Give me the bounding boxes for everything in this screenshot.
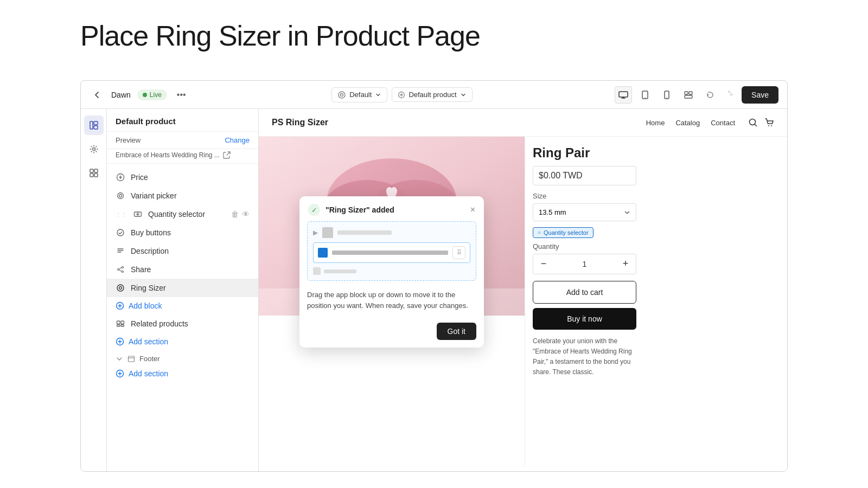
nav-link-home[interactable]: Home	[646, 119, 665, 127]
preview-change-button[interactable]: Change	[225, 136, 250, 144]
product-name: Ring Pair	[533, 145, 636, 160]
template-label: Default	[349, 91, 372, 99]
size-select[interactable]: 13.5 mm	[533, 203, 636, 221]
product-dropdown[interactable]: Default product	[392, 87, 472, 102]
dialog-sm-line	[324, 269, 356, 273]
svg-rect-32	[121, 325, 124, 326]
live-label: Live	[150, 91, 162, 99]
svg-rect-2	[619, 92, 628, 97]
more-button[interactable]: •••	[174, 88, 189, 102]
svg-point-26	[117, 285, 124, 291]
preview-text-row: Embrace of Hearts Wedding Ring ...	[107, 149, 258, 164]
svg-rect-12	[94, 126, 98, 129]
dialog-preview-area: ▶	[307, 221, 476, 281]
toolbar-center: Default Default product	[331, 87, 472, 102]
left-panel: Default product Preview Change Embrace o…	[107, 109, 259, 471]
add-to-cart-button[interactable]: Add to cart	[533, 281, 636, 304]
buy-buttons-icon	[116, 228, 125, 237]
panel-item-share[interactable]: Share	[107, 260, 258, 279]
svg-rect-29	[117, 321, 120, 324]
svg-point-19	[118, 193, 124, 199]
dialog-check-icon: ✓	[308, 204, 320, 216]
dialog-preview-sub-row	[313, 267, 470, 275]
quantity-delete-button[interactable]: 🗑	[231, 210, 239, 219]
sidebar-icon-layout[interactable]	[84, 115, 104, 135]
nav-link-contact[interactable]: Contact	[711, 119, 735, 127]
dialog-blue-block	[318, 248, 328, 258]
svg-rect-11	[94, 121, 98, 125]
panel-item-variant-picker[interactable]: Variant picker	[107, 187, 258, 205]
undo-button[interactable]	[701, 86, 719, 104]
ring-sizer-label: Ring Sizer	[131, 284, 166, 292]
panel-item-related-products[interactable]: Related products	[107, 314, 258, 333]
preview-label: Preview	[116, 136, 141, 144]
dialog-title: "Ring Sizer" added	[326, 206, 465, 214]
svg-rect-16	[90, 174, 93, 177]
dialog-preview-lines	[337, 230, 392, 235]
add-section-button-footer[interactable]: Add section	[107, 333, 258, 350]
quantity-decrease-button[interactable]: −	[535, 256, 552, 272]
panel-item-price[interactable]: Price	[107, 168, 258, 187]
description-label: Description	[131, 247, 169, 255]
sidebar-icon-settings[interactable]	[84, 139, 104, 159]
panel-item-buy-buttons[interactable]: Buy buttons	[107, 223, 258, 242]
store-nav: PS Ring Sizer Home Catalog Contact	[259, 109, 787, 137]
dialog-line-long	[337, 230, 392, 235]
svg-point-4	[644, 97, 646, 98]
share-icon	[116, 265, 125, 274]
redo-button[interactable]	[720, 86, 737, 104]
layout-button[interactable]	[680, 86, 697, 104]
footer-section-label: Footer	[107, 350, 258, 365]
svg-rect-10	[90, 121, 93, 129]
dialog-drag-icon[interactable]: ⠿	[452, 246, 465, 259]
search-icon[interactable]	[748, 118, 758, 127]
quantity-eye-button[interactable]: 👁	[242, 210, 250, 219]
quantity-selector-label: Quantity selector	[148, 210, 205, 219]
price-icon	[116, 172, 125, 182]
store-product: ✓ "Ring Sizer" added × ▶	[259, 137, 787, 466]
related-products-label: Related products	[131, 319, 188, 328]
panel-item-ring-sizer[interactable]: Ring Sizer	[107, 279, 258, 297]
template-dropdown[interactable]: Default	[331, 87, 387, 102]
panel-header: Default product	[107, 109, 258, 132]
back-button[interactable]	[90, 87, 105, 102]
svg-point-38	[771, 125, 772, 126]
save-button[interactable]: Save	[742, 86, 778, 104]
add-block-button[interactable]: Add block	[107, 297, 258, 314]
nav-link-catalog[interactable]: Catalog	[675, 119, 700, 127]
tablet-view-button[interactable]	[636, 86, 654, 104]
product-price: $0.00 TWD	[533, 166, 636, 185]
svg-point-36	[750, 119, 756, 125]
mobile-view-button[interactable]	[658, 86, 675, 104]
ring-sizer-added-dialog: ✓ "Ring Sizer" added × ▶	[299, 196, 484, 348]
svg-rect-34	[129, 356, 135, 362]
quantity-selector-actions: 🗑 👁	[231, 210, 250, 219]
sidebar-icon-apps[interactable]	[84, 163, 104, 183]
quantity-control: − 1 +	[533, 254, 636, 274]
toolbar: Dawn Live ••• Default Default product	[81, 81, 787, 109]
panel-item-quantity-selector[interactable]: ⋮⋮ Quantity selector 🗑 👁	[107, 205, 258, 223]
buy-now-button[interactable]: Buy it now	[533, 308, 636, 330]
preview-product-name: Embrace of Hearts Wedding Ring ...	[116, 151, 220, 159]
got-it-button[interactable]: Got it	[437, 323, 476, 340]
variant-picker-icon	[116, 191, 125, 201]
dialog-close-button[interactable]: ×	[470, 205, 475, 215]
svg-point-23	[122, 267, 124, 268]
panel-item-description[interactable]: Description	[107, 242, 258, 260]
dialog-preview-gray-block	[322, 227, 333, 238]
panel-title: Default product	[116, 117, 250, 126]
cart-icon[interactable]	[764, 118, 774, 127]
svg-point-20	[119, 195, 122, 197]
svg-rect-15	[94, 169, 98, 172]
svg-rect-9	[685, 95, 692, 98]
buy-buttons-label: Buy buttons	[131, 228, 171, 237]
svg-point-25	[122, 271, 124, 273]
svg-rect-8	[689, 92, 692, 94]
add-section-button-bottom[interactable]: Add section	[107, 365, 258, 382]
quantity-increase-button[interactable]: +	[617, 256, 634, 272]
svg-point-13	[92, 148, 95, 151]
quantity-selector-badge: Quantity selector	[533, 227, 593, 238]
quantity-value: 1	[583, 260, 587, 268]
desktop-view-button[interactable]	[615, 86, 632, 104]
svg-point-37	[768, 125, 769, 126]
